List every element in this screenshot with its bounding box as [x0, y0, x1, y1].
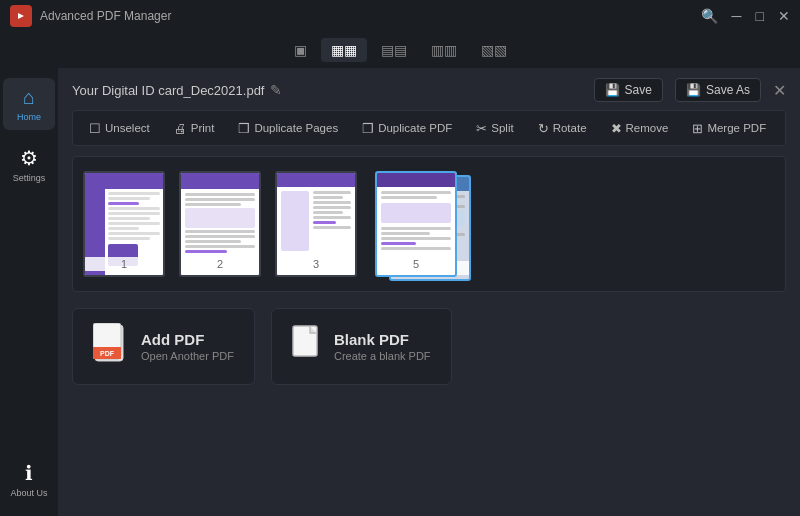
file-close-button[interactable]: ✕ [773, 81, 786, 100]
minimize-icon[interactable]: ─ [732, 8, 742, 24]
close-icon[interactable]: ✕ [778, 8, 790, 24]
page-2-num: 2 [181, 257, 259, 271]
add-pdf-subtitle: Open Another PDF [141, 350, 234, 362]
merge-pdf-icon: ⊞ [692, 121, 703, 136]
sidebar-item-about-label: About Us [10, 488, 47, 498]
page-thumb-1[interactable]: 1 [83, 171, 165, 277]
tab-bar: ▣ ▦▦ ▤▤ ▥▥ ▧▧ [0, 32, 800, 68]
tab-5-icon: ▧▧ [481, 42, 507, 58]
maximize-icon[interactable]: □ [756, 8, 764, 24]
toolbar: ☐ Unselect 🖨 Print ❒ Duplicate Pages ❒ D… [72, 110, 786, 146]
page-1-num: 1 [85, 257, 163, 271]
remove-button[interactable]: ✖ Remove [603, 117, 677, 140]
duplicate-pages-icon: ❒ [238, 121, 250, 136]
duplicate-pages-button[interactable]: ❒ Duplicate Pages [230, 117, 346, 140]
app-logo [10, 5, 32, 27]
blank-pdf-subtitle: Create a blank PDF [334, 350, 431, 362]
duplicate-pdf-label: Duplicate PDF [378, 122, 452, 134]
settings-icon: ⚙ [20, 146, 38, 170]
remove-icon: ✖ [611, 121, 622, 136]
save-as-icon: 💾 [686, 83, 701, 97]
print-icon: 🖨 [174, 121, 187, 136]
tab-2[interactable]: ▦▦ [321, 38, 367, 62]
save-as-label: Save As [706, 83, 750, 97]
save-label: Save [625, 83, 652, 97]
rotate-icon: ↻ [538, 121, 549, 136]
svg-text:PDF: PDF [100, 350, 115, 357]
print-label: Print [191, 122, 215, 134]
home-icon: ⌂ [23, 86, 35, 109]
bottom-actions: PDF Add PDF Open Another PDF B [72, 308, 786, 385]
tab-4[interactable]: ▥▥ [421, 38, 467, 62]
sidebar-item-home[interactable]: ⌂ Home [3, 78, 55, 130]
pages-area: 1 [72, 156, 786, 292]
search-icon[interactable]: 🔍 [701, 8, 718, 24]
split-button[interactable]: ✂ Split [468, 117, 521, 140]
blank-pdf-text: Blank PDF Create a blank PDF [334, 331, 431, 362]
add-pdf-title: Add PDF [141, 331, 234, 348]
duplicate-pdf-icon: ❒ [362, 121, 374, 136]
unselect-button[interactable]: ☐ Unselect [81, 117, 158, 140]
tab-3[interactable]: ▤▤ [371, 38, 417, 62]
window-controls: 🔍 ─ □ ✕ [701, 8, 790, 24]
app-title: Advanced PDF Manager [40, 9, 701, 23]
tab-2-icon: ▦▦ [331, 42, 357, 58]
sidebar-item-settings[interactable]: ⚙ Settings [3, 138, 55, 191]
file-header: Your Digital ID card_Dec2021.pdf ✎ 💾 Sav… [72, 78, 786, 102]
add-pdf-icon: PDF [93, 323, 129, 370]
main-layout: ⌂ Home ⚙ Settings ℹ About Us Your Digita… [0, 68, 800, 516]
tab-4-icon: ▥▥ [431, 42, 457, 58]
blank-pdf-icon [292, 325, 322, 368]
add-pdf-text: Add PDF Open Another PDF [141, 331, 234, 362]
duplicate-pdf-button[interactable]: ❒ Duplicate PDF [354, 117, 460, 140]
file-name: Your Digital ID card_Dec2021.pdf ✎ [72, 82, 282, 98]
blank-pdf-title: Blank PDF [334, 331, 431, 348]
merge-pdf-button[interactable]: ⊞ Merge PDF [684, 117, 774, 140]
sidebar-item-settings-label: Settings [13, 173, 46, 183]
duplicate-pages-label: Duplicate Pages [254, 122, 338, 134]
rotate-button[interactable]: ↻ Rotate [530, 117, 595, 140]
about-icon: ℹ [25, 461, 33, 485]
file-name-text: Your Digital ID card_Dec2021.pdf [72, 83, 264, 98]
add-pdf-card[interactable]: PDF Add PDF Open Another PDF [72, 308, 255, 385]
file-actions: 💾 Save 💾 Save As ✕ [594, 78, 786, 102]
page-3-preview: 3 [275, 171, 357, 277]
save-icon: 💾 [605, 83, 620, 97]
page-thumb-2[interactable]: 2 [179, 171, 261, 277]
page-thumb-3[interactable]: 3 [275, 171, 357, 277]
tab-1[interactable]: ▣ [284, 38, 317, 62]
content-area: Your Digital ID card_Dec2021.pdf ✎ 💾 Sav… [58, 68, 800, 516]
save-button[interactable]: 💾 Save [594, 78, 663, 102]
sidebar-item-about[interactable]: ℹ About Us [3, 453, 55, 506]
split-icon: ✂ [476, 121, 487, 136]
unselect-label: Unselect [105, 122, 150, 134]
unselect-icon: ☐ [89, 121, 101, 136]
rotate-label: Rotate [553, 122, 587, 134]
blank-pdf-card[interactable]: Blank PDF Create a blank PDF [271, 308, 452, 385]
sidebar-item-home-label: Home [17, 112, 41, 122]
tab-5[interactable]: ▧▧ [471, 38, 517, 62]
title-bar: Advanced PDF Manager 🔍 ─ □ ✕ [0, 0, 800, 32]
tab-1-icon: ▣ [294, 42, 307, 58]
print-button[interactable]: 🖨 Print [166, 117, 223, 140]
save-as-button[interactable]: 💾 Save As [675, 78, 761, 102]
sidebar: ⌂ Home ⚙ Settings ℹ About Us [0, 68, 58, 516]
page-5-num: 5 [377, 257, 455, 271]
page-thumb-selected-group[interactable]: 4 5 [375, 171, 489, 277]
merge-pdf-label: Merge PDF [707, 122, 766, 134]
file-edit-icon[interactable]: ✎ [270, 82, 282, 98]
page-1-preview: 1 [83, 171, 165, 277]
page-3-num: 3 [277, 257, 355, 271]
tab-3-icon: ▤▤ [381, 42, 407, 58]
split-label: Split [491, 122, 513, 134]
remove-label: Remove [626, 122, 669, 134]
select-all-button[interactable]: ☑ Select All [782, 117, 786, 140]
page-2-preview: 2 [179, 171, 261, 277]
